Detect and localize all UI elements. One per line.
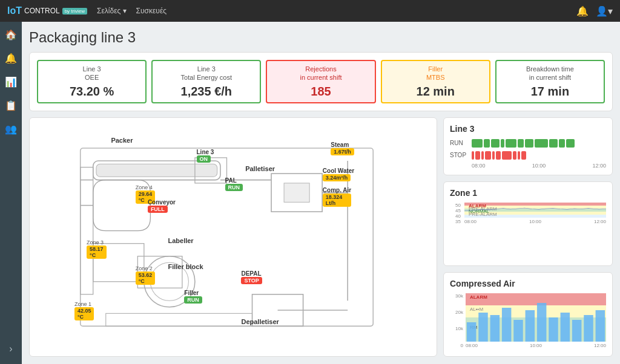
run-bars	[472, 138, 606, 148]
menu-pages[interactable]: Σελίδες ▾	[97, 7, 127, 15]
time-label-0800: 08:00	[472, 163, 486, 169]
kpi-value-breakdown: 17 min	[531, 85, 569, 99]
svg-rect-10	[106, 313, 252, 326]
kpi-card-breakdown: Breakdown timein current shift 17 min	[495, 60, 605, 103]
kpi-value-oee: 73.20 %	[70, 85, 114, 99]
conveyor-area: Conveyor FULL	[148, 199, 176, 206]
bottom-row: Packer Palletiser Labeller Filler block …	[29, 117, 613, 357]
ca-y-10k: 10k	[450, 326, 463, 331]
y-45: 45	[451, 208, 461, 213]
run-bar	[535, 139, 548, 148]
factory-diagram: Packer Palletiser Labeller Filler block …	[29, 117, 437, 357]
depal-stop-badge: STOP	[241, 277, 262, 284]
cool-water-label: Cool Water	[323, 167, 354, 174]
svg-rect-28	[572, 320, 581, 342]
line3-chart-card: Line 3 RUN	[443, 117, 613, 175]
svg-rect-24	[526, 310, 535, 342]
ca-time-0800: 08:00	[466, 343, 478, 348]
stop-bars	[472, 151, 606, 160]
logo: IoT CONTROL by triview	[7, 5, 87, 16]
cool-water-value: 3.24m³/h	[323, 174, 351, 181]
labeller-label: Labeller	[168, 237, 193, 244]
kpi-card-rejections: Rejectionsin current shift 185	[266, 60, 375, 103]
zone1-chart-card: Zone 1 50 45 40 35	[443, 181, 613, 266]
stop-bar	[485, 151, 491, 160]
zone3-temp: 58.17 °C	[87, 245, 107, 259]
ca-time-1000: 10:00	[530, 343, 542, 348]
zone1-bands-area: ALARM PRE-ALARM NORMAL PRE-ALARM 08:	[464, 203, 606, 224]
kpi-value-mtbs: 12 min	[417, 85, 455, 99]
zone4-area: Zone 4 29.64 °C	[136, 184, 153, 190]
filler-area: Filler RUN	[184, 290, 199, 296]
sidebar-item-reports[interactable]: 📋	[0, 97, 22, 114]
run-bar	[566, 139, 575, 148]
stop-bar	[502, 151, 512, 160]
svg-rect-26	[549, 317, 558, 342]
run-row: RUN	[450, 138, 606, 148]
sidebar-item-users[interactable]: 👥	[0, 121, 22, 137]
zone2-temp: 53.62 °C	[136, 271, 156, 285]
svg-rect-22	[502, 308, 511, 342]
run-bar	[491, 139, 500, 148]
comp-air-time-axis: 08:00 10:00 12:00	[466, 343, 606, 348]
run-bar	[518, 139, 524, 148]
run-bar	[472, 139, 483, 148]
line3-chart-title: Line 3	[450, 124, 606, 134]
sidebar-item-charts[interactable]: 📊	[0, 74, 22, 90]
svg-rect-6	[81, 167, 93, 294]
zone1-temp: 42.05 °C	[74, 307, 94, 320]
zone1-line-svg	[464, 203, 606, 218]
comp-air-factory-value: 18.324 Lt/h	[323, 193, 351, 207]
stop-bar	[521, 151, 526, 160]
stop-bar	[492, 151, 495, 160]
filler-run-badge: RUN	[184, 296, 202, 304]
sidebar-item-home[interactable]: 🏠	[0, 27, 22, 43]
steam-label: Steam	[331, 141, 349, 148]
pal-label: PAL	[225, 177, 237, 184]
svg-rect-29	[584, 315, 593, 342]
comp-air-bar-svg	[466, 293, 606, 342]
time-label-1000: 10:00	[532, 163, 546, 169]
user-icon[interactable]: 👤▾	[596, 5, 613, 17]
z1-time-1000: 10:00	[529, 219, 541, 224]
svg-rect-5	[284, 183, 309, 202]
menu-devices[interactable]: Συσκευές	[136, 7, 167, 15]
sidebar-item-notifications[interactable]: 🔔	[0, 50, 22, 67]
run-stop-chart: RUN	[450, 138, 606, 169]
stop-bar	[472, 151, 474, 160]
kpi-card-energy: Line 3Total Energy cost 1,235 €/h	[151, 60, 261, 103]
zone1-area: Zone 1 42.05 °C	[74, 301, 91, 307]
run-bar	[501, 139, 504, 148]
zone1-time-axis: 08:00 10:00 12:00	[464, 219, 606, 224]
kpi-value-energy: 1,235 €/h	[181, 85, 232, 99]
run-bar	[484, 139, 490, 148]
z1-time-1200: 12:00	[594, 219, 606, 224]
stop-bar	[518, 151, 520, 160]
run-bar	[559, 139, 565, 148]
line3-on-badge: ON	[197, 155, 211, 163]
y-40: 40	[451, 213, 461, 219]
comp-air-chart-title: Compressed Air	[450, 279, 606, 288]
kpi-value-rejections: 185	[311, 85, 331, 99]
svg-rect-30	[596, 310, 605, 342]
stop-bar	[496, 151, 501, 160]
logo-control-text: CONTROL	[24, 7, 60, 15]
pal-area: PAL RUN	[225, 177, 237, 184]
run-bar	[525, 139, 533, 148]
kpi-label-mtbs: FillerMTBS	[426, 65, 445, 82]
stop-row: STOP	[450, 151, 606, 160]
zone4-label: Zone 4	[136, 184, 153, 190]
steam-value: 1.67t/h	[331, 148, 354, 155]
zone2-area: Zone 2 53.62 °C	[136, 265, 153, 271]
bell-icon[interactable]: 🔔	[576, 5, 589, 17]
z1-time-0800: 08:00	[464, 219, 477, 224]
sidebar: 🏠 🔔 📊 📋 👥 ›	[0, 22, 22, 364]
line3-area: Line 3 ON	[197, 149, 214, 155]
conveyor-label: Conveyor	[148, 199, 176, 206]
content-area: Packaging line 3 Line 3OEE 73.20 % Line …	[22, 22, 620, 364]
svg-rect-21	[490, 315, 500, 342]
sidebar-item-expand[interactable]: ›	[0, 341, 22, 364]
kpi-card-oee: Line 3OEE 73.20 %	[37, 60, 147, 103]
comp-air-factory-area: Comp. Air 18.324 Lt/h	[323, 187, 351, 193]
conveyor-full-badge: FULL	[148, 206, 168, 213]
